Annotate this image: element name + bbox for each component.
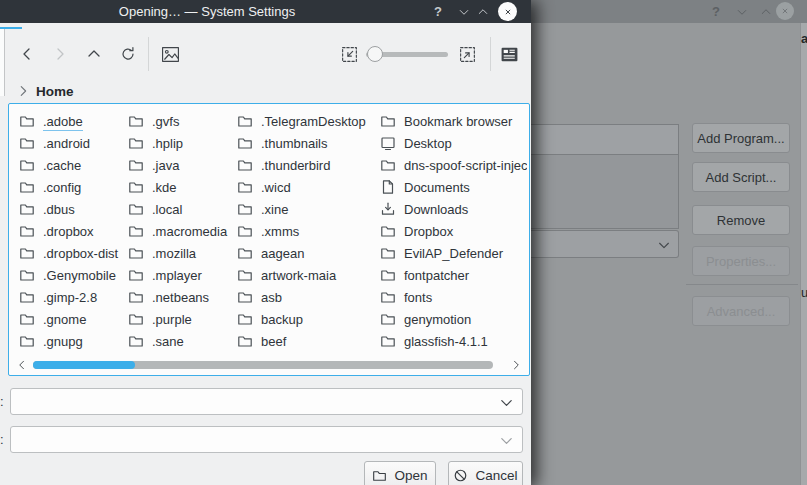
file-item-label: .gnupg: [43, 334, 83, 349]
file-item-label: .wicd: [261, 180, 291, 195]
file-item[interactable]: fonts: [374, 286, 527, 308]
scrollbar-track[interactable]: [33, 361, 493, 369]
file-item[interactable]: fontpatcher: [374, 264, 527, 286]
folder-icon: [380, 333, 396, 349]
folder-icon: [380, 267, 396, 283]
folder-icon: [237, 157, 253, 173]
file-item[interactable]: .adobe: [13, 110, 122, 132]
file-item[interactable]: .xmms: [231, 220, 374, 242]
file-item[interactable]: .Genymobile: [13, 264, 122, 286]
file-item[interactable]: .wicd: [231, 176, 374, 198]
background-combobox[interactable]: [531, 230, 679, 258]
file-item[interactable]: .dropbox: [13, 220, 122, 242]
file-item[interactable]: Bookmark browser: [374, 110, 527, 132]
dialog-titlebar[interactable]: Opening… — System Settings ?: [0, 0, 531, 23]
file-item[interactable]: .purple: [122, 308, 231, 330]
file-item[interactable]: .gimp-2.8: [13, 286, 122, 308]
file-item[interactable]: .thumbnails: [231, 132, 374, 154]
background-window-titlebar[interactable]: ?: [531, 0, 807, 23]
file-item[interactable]: .xine: [231, 198, 374, 220]
file-item-label: .kde: [152, 180, 177, 195]
file-item[interactable]: .netbeans: [122, 286, 231, 308]
file-item-label: .gimp-2.8: [43, 290, 97, 305]
scroll-right-button[interactable]: [509, 358, 523, 372]
file-item[interactable]: .cache: [13, 154, 122, 176]
file-item[interactable]: .java: [122, 154, 231, 176]
file-name-combobox[interactable]: [10, 388, 523, 415]
zoom-slider-handle[interactable]: [367, 46, 383, 62]
folder-icon: [237, 289, 253, 305]
up-button[interactable]: [84, 44, 104, 64]
chevron-down-icon[interactable]: [499, 433, 514, 448]
close-button[interactable]: [776, 2, 794, 20]
file-item[interactable]: .kde: [122, 176, 231, 198]
breadcrumb-home[interactable]: Home: [36, 84, 74, 99]
file-item[interactable]: .gvfs: [122, 110, 231, 132]
file-item[interactable]: .thunderbird: [231, 154, 374, 176]
file-item[interactable]: artwork-maia: [231, 264, 374, 286]
file-item[interactable]: genymotion: [374, 308, 527, 330]
file-item[interactable]: .macromedia: [122, 220, 231, 242]
file-item[interactable]: .android: [13, 132, 122, 154]
file-item[interactable]: .TelegramDesktop: [231, 110, 374, 132]
help-button[interactable]: ?: [429, 3, 447, 20]
scrollbar-thumb[interactable]: [33, 361, 135, 369]
file-item-label: dns-spoof-script-inject: [404, 158, 527, 173]
filter-combobox[interactable]: [10, 426, 523, 453]
minimize-button[interactable]: [733, 3, 751, 20]
folder-icon: [380, 157, 396, 173]
view-mode-button[interactable]: [499, 44, 519, 64]
file-item[interactable]: .hplip: [122, 132, 231, 154]
file-item[interactable]: .gnome: [13, 308, 122, 330]
refresh-button[interactable]: [118, 44, 138, 64]
preview-toggle-button[interactable]: [160, 44, 180, 64]
scroll-left-button[interactable]: [15, 358, 29, 372]
file-item[interactable]: .local: [122, 198, 231, 220]
zoom-in-button[interactable]: [457, 44, 477, 64]
background-scrollbar[interactable]: [800, 23, 807, 485]
maximize-button[interactable]: [757, 3, 775, 20]
forward-button[interactable]: [50, 44, 70, 64]
add-script-button[interactable]: Add Script...: [692, 162, 790, 192]
file-item[interactable]: .config: [13, 176, 122, 198]
open-button[interactable]: Open: [364, 461, 436, 485]
chevron-down-icon[interactable]: [499, 395, 514, 410]
file-item[interactable]: beef: [231, 330, 374, 352]
file-item[interactable]: .dropbox-dist: [13, 242, 122, 264]
help-button[interactable]: ?: [707, 3, 725, 20]
file-item[interactable]: .sane: [122, 330, 231, 352]
file-item-label: EvilAP_Defender: [404, 246, 503, 261]
file-item[interactable]: EvilAP_Defender: [374, 242, 527, 264]
file-item[interactable]: Documents: [374, 176, 527, 198]
file-item[interactable]: backup: [231, 308, 374, 330]
file-item[interactable]: .mplayer: [122, 264, 231, 286]
folder-icon: [380, 311, 396, 327]
zoom-out-button[interactable]: [339, 44, 359, 64]
maximize-button[interactable]: [474, 3, 492, 20]
file-item[interactable]: dns-spoof-script-inject: [374, 154, 527, 176]
chevron-right-icon[interactable]: [16, 84, 30, 98]
remove-button[interactable]: Remove: [692, 205, 790, 235]
zoom-slider[interactable]: [366, 52, 448, 57]
folder-icon: [237, 333, 253, 349]
file-item[interactable]: .gnupg: [13, 330, 122, 352]
background-list-box[interactable]: [531, 154, 679, 229]
minimize-button[interactable]: [455, 3, 473, 20]
back-button[interactable]: [17, 44, 37, 64]
background-text-field[interactable]: [531, 124, 679, 155]
file-item[interactable]: .dbus: [13, 198, 122, 220]
file-item[interactable]: Downloads: [374, 198, 527, 220]
file-item[interactable]: aagean: [231, 242, 374, 264]
file-item[interactable]: Dropbox: [374, 220, 527, 242]
file-column-2: .gvfs.hplip.java.kde.local.macromedia.mo…: [122, 110, 231, 353]
folder-icon: [128, 245, 144, 261]
chevron-down-icon: [657, 238, 671, 252]
add-program-button[interactable]: Add Program...: [692, 123, 790, 153]
close-button[interactable]: [498, 2, 517, 21]
file-item[interactable]: glassfish-4.1.1: [374, 330, 527, 352]
cancel-button[interactable]: Cancel: [448, 461, 523, 485]
file-item[interactable]: Desktop: [374, 132, 527, 154]
file-item[interactable]: .mozilla: [122, 242, 231, 264]
folder-icon: [128, 267, 144, 283]
file-item[interactable]: asb: [231, 286, 374, 308]
